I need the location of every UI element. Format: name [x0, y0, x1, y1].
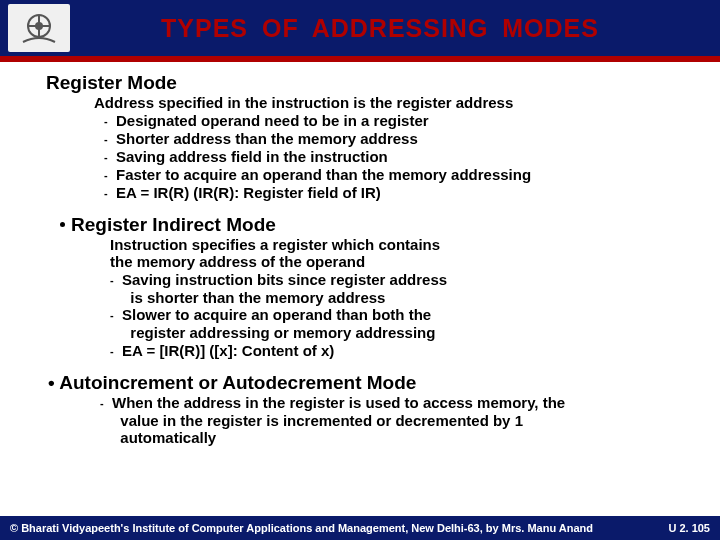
bullet-icon	[60, 222, 65, 227]
heading-text: Autoincrement or Autodecrement Mode	[59, 372, 416, 393]
bullets-register-mode: -Designated operand need to be in a regi…	[104, 112, 692, 202]
slide-footer: © Bharati Vidyapeeth's Institute of Comp…	[0, 516, 720, 540]
slide-title: TYPES OF ADDRESSING MODES	[78, 14, 712, 43]
section-register-indirect-mode: Register Indirect Mode Instruction speci…	[42, 214, 692, 360]
list-item: -Saving address field in the instruction	[104, 148, 692, 166]
logo-icon	[19, 8, 59, 48]
slide-body: Register Mode Address specified in the i…	[0, 62, 720, 516]
section-autoincrement-mode: • Autoincrement or Autodecrement Mode -W…	[42, 372, 692, 447]
heading-autoincrement-mode: • Autoincrement or Autodecrement Mode	[48, 372, 692, 394]
list-item: -Shorter address than the memory address	[104, 130, 692, 148]
list-item: -When the address in the register is use…	[100, 394, 692, 447]
institute-logo	[8, 4, 70, 52]
list-item: -Faster to acquire an operand than the m…	[104, 166, 692, 184]
desc-register-indirect: Instruction specifies a register which c…	[110, 236, 692, 271]
section-register-mode: Register Mode Address specified in the i…	[42, 72, 692, 202]
desc-register-mode: Address specified in the instruction is …	[94, 94, 692, 112]
list-item: -Saving instruction bits since register …	[110, 271, 692, 306]
list-item: -Designated operand need to be in a regi…	[104, 112, 692, 130]
list-item: -Slower to acquire an operand than both …	[110, 306, 692, 341]
heading-register-mode: Register Mode	[46, 72, 692, 94]
heading-text: Register Indirect Mode	[71, 214, 276, 235]
bullets-register-indirect: -Saving instruction bits since register …	[110, 271, 692, 360]
footer-page-number: U 2. 105	[668, 522, 710, 534]
slide: TYPES OF ADDRESSING MODES Register Mode …	[0, 0, 720, 540]
bullets-autoincrement: -When the address in the register is use…	[100, 394, 692, 447]
list-item: -EA = IR(R) (IR(R): Register field of IR…	[104, 184, 692, 202]
heading-register-indirect-mode: Register Indirect Mode	[60, 214, 692, 236]
footer-copyright: © Bharati Vidyapeeth's Institute of Comp…	[10, 522, 593, 534]
slide-header: TYPES OF ADDRESSING MODES	[0, 0, 720, 62]
list-item: -EA = [IR(R)] ([x]: Content of x)	[110, 342, 692, 360]
